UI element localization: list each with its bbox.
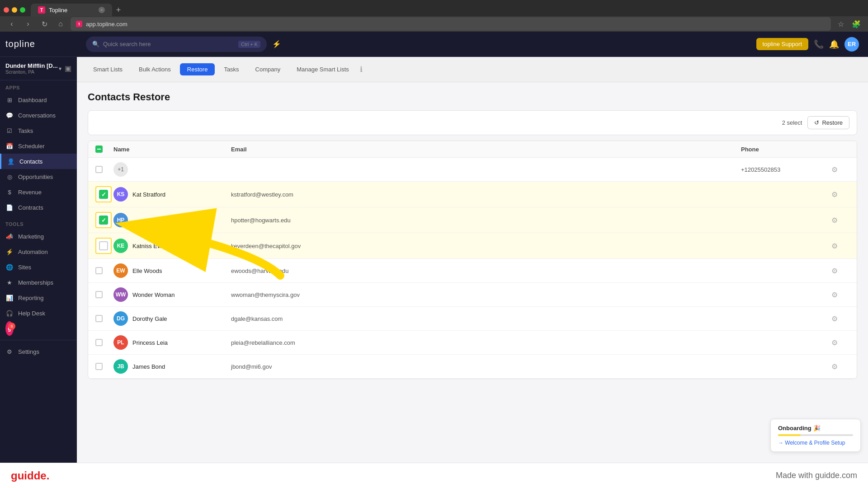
chevron-down-icon[interactable]: ▾ [59, 66, 61, 72]
sidebar-item-scheduler[interactable]: 📅 Scheduler [0, 138, 77, 154]
row-2-checkbox-wrapper[interactable] [95, 186, 113, 202]
sites-icon: 🌐 [5, 263, 14, 271]
restore-label: Restore [822, 119, 843, 126]
conversations-icon: 💬 [5, 111, 14, 119]
contacts-icon: 👤 [7, 157, 15, 165]
sidebar-item-opportunities[interactable]: ◎ Opportunities [0, 169, 77, 184]
sidebar-item-reporting[interactable]: 📊 Reporting [0, 290, 77, 305]
phone-icon[interactable]: 📞 [814, 39, 824, 49]
back-button[interactable]: ‹ [5, 18, 18, 30]
row-1-avatar: +1 [113, 162, 128, 177]
close-button[interactable] [4, 7, 9, 13]
row-5-checkbox[interactable] [95, 267, 113, 274]
tab-close-icon[interactable]: × [99, 7, 105, 13]
restore-button[interactable]: ↺ Restore [807, 116, 849, 129]
row-8-settings-icon[interactable]: ⚙ [831, 338, 849, 347]
company-info: Dunder Mifflin [D... Scranton, PA [5, 62, 58, 75]
row-6-checkbox[interactable] [95, 291, 113, 298]
extensions-icon[interactable]: 🧩 [850, 18, 863, 30]
row-3-settings-icon[interactable]: ⚙ [831, 216, 849, 225]
new-tab-button[interactable]: + [112, 4, 125, 16]
company-name: Dunder Mifflin [D... [5, 62, 58, 69]
forward-button[interactable]: › [22, 18, 34, 30]
row-2-settings-icon[interactable]: ⚙ [831, 190, 849, 199]
sidebar-item-automation[interactable]: ⚡ Automation [0, 244, 77, 259]
row-7-settings-icon[interactable]: ⚙ [831, 314, 849, 323]
select-all-checkbox[interactable] [95, 145, 113, 153]
global-search-bar[interactable]: 🔍 Quick search here Ctrl + K [86, 37, 267, 52]
row-1-contact: +1 [113, 162, 231, 177]
row-7-checkbox[interactable] [95, 315, 113, 322]
browser-chrome: T Topline × + ‹ › ↻ ⌂ t app.topline.com … [0, 0, 868, 32]
tab-company[interactable]: Company [248, 63, 288, 75]
reporting-icon: 📊 [5, 294, 14, 302]
tab-tasks[interactable]: Tasks [217, 63, 246, 75]
row-4-contact: KE Katniss Ev... [113, 239, 231, 253]
row-1-checkbox[interactable] [95, 166, 113, 173]
tab-favicon: T [38, 6, 45, 14]
search-shortcut-badge: Ctrl + K [238, 41, 260, 48]
info-icon[interactable]: ℹ [360, 65, 363, 74]
sidebar-item-label: Opportunities [18, 174, 53, 180]
sidebar-item-label: Contacts [19, 158, 42, 165]
row-4-email: keverdeen@thecapitol.gov [231, 243, 741, 249]
sidebar-item-revenue[interactable]: $ Revenue [0, 184, 77, 200]
address-bar[interactable]: t app.topline.com [71, 17, 831, 31]
sidebar-item-tasks[interactable]: ☑ Tasks [0, 123, 77, 138]
refresh-button[interactable]: ↻ [38, 18, 51, 30]
helpdesk-icon: 🎧 [5, 309, 14, 317]
browser-tabs: T Topline × + [0, 0, 868, 16]
onboarding-panel: Onboarding 🎉 → Welcome & Profile Setup [770, 419, 861, 452]
row-9-avatar: JB [113, 359, 128, 374]
select-count-text: 2 select [782, 119, 802, 126]
row-2-name: Kat Stratford [132, 191, 165, 198]
sidebar-item-helpdesk[interactable]: 🎧 Help Desk [0, 305, 77, 321]
sidebar-item-marketing[interactable]: 📣 Marketing [0, 229, 77, 244]
sidebar-toggle-icon[interactable]: ▣ [65, 64, 71, 73]
content-area: Contacts Restore 2 select ↺ Restore [77, 82, 868, 488]
search-placeholder-text: Quick search here [103, 41, 151, 47]
sidebar-item-contacts[interactable]: 👤 Contacts [0, 154, 77, 169]
row-7-avatar: DG [113, 311, 128, 326]
row-8-checkbox[interactable] [95, 339, 113, 346]
table-row: JB James Bond jbond@mi6.gov ⚙ [88, 355, 857, 379]
col-header-email: Email [231, 146, 741, 153]
tab-bulk-actions[interactable]: Bulk Actions [132, 63, 178, 75]
sidebar-item-label: Scheduler [18, 143, 45, 150]
sidebar-item-mailfolk[interactable]: g 8 [0, 321, 77, 336]
dashboard-icon: ⊞ [5, 96, 14, 104]
maximize-button[interactable] [20, 7, 25, 13]
sidebar-item-memberships[interactable]: ★ Memberships [0, 275, 77, 290]
row-4-checkbox-wrapper[interactable] [95, 238, 113, 254]
sidebar-item-contracts[interactable]: 📄 Contracts [0, 200, 77, 215]
tab-restore[interactable]: Restore [180, 63, 215, 75]
sidebar-item-settings[interactable]: ⚙ Settings [0, 344, 77, 359]
sidebar-item-conversations[interactable]: 💬 Conversations [0, 108, 77, 123]
user-avatar[interactable]: ER [844, 37, 859, 52]
row-9-checkbox[interactable] [95, 363, 113, 370]
tab-manage-smart-lists[interactable]: Manage Smart Lists [289, 63, 356, 75]
support-button[interactable]: topline Support [756, 38, 808, 50]
row-8-contact: PL Princess Leia [113, 335, 231, 350]
row-5-settings-icon[interactable]: ⚙ [831, 267, 849, 275]
active-tab[interactable]: T Topline × [31, 4, 112, 16]
row-1-phone: +12025502853 [741, 166, 831, 173]
minimize-button[interactable] [12, 7, 17, 13]
home-button[interactable]: ⌂ [54, 18, 67, 30]
onboarding-link[interactable]: → Welcome & Profile Setup [778, 440, 853, 446]
notifications-icon[interactable]: 🔔 [829, 39, 839, 49]
toolbar-actions: ☆ 🧩 [835, 18, 863, 30]
row-3-checkbox-wrapper[interactable] [95, 212, 113, 228]
row-4-settings-icon[interactable]: ⚙ [831, 242, 849, 250]
row-6-settings-icon[interactable]: ⚙ [831, 291, 849, 299]
row-1-settings-icon[interactable]: ⚙ [831, 165, 849, 174]
row-3-contact: HP [113, 213, 231, 227]
tab-smart-lists[interactable]: Smart Lists [86, 63, 130, 75]
row-9-settings-icon[interactable]: ⚙ [831, 362, 849, 371]
bookmark-icon[interactable]: ☆ [835, 18, 847, 30]
apps-section-label: Apps [0, 80, 77, 92]
sidebar-item-dashboard[interactable]: ⊞ Dashboard [0, 92, 77, 108]
sidebar-item-label: Settings [18, 348, 39, 355]
sidebar-item-sites[interactable]: 🌐 Sites [0, 259, 77, 275]
row-4-name: Katniss Ev... [132, 243, 165, 249]
